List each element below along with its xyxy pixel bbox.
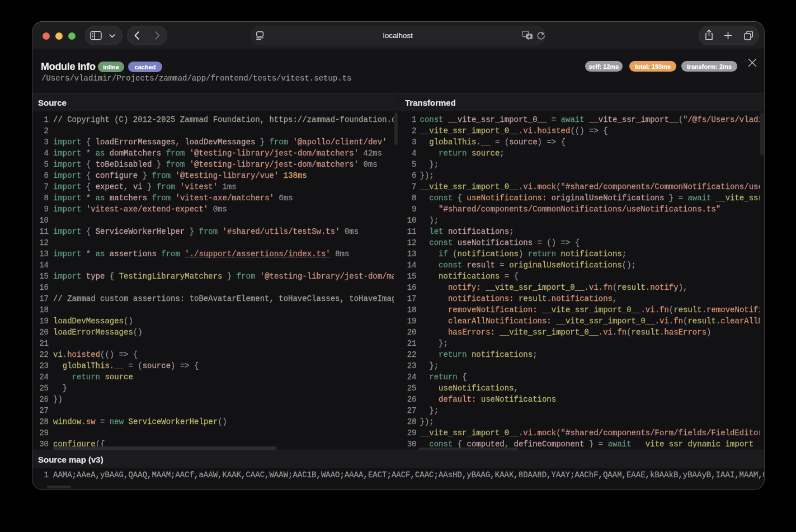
svg-text:★: ★ <box>527 34 531 39</box>
